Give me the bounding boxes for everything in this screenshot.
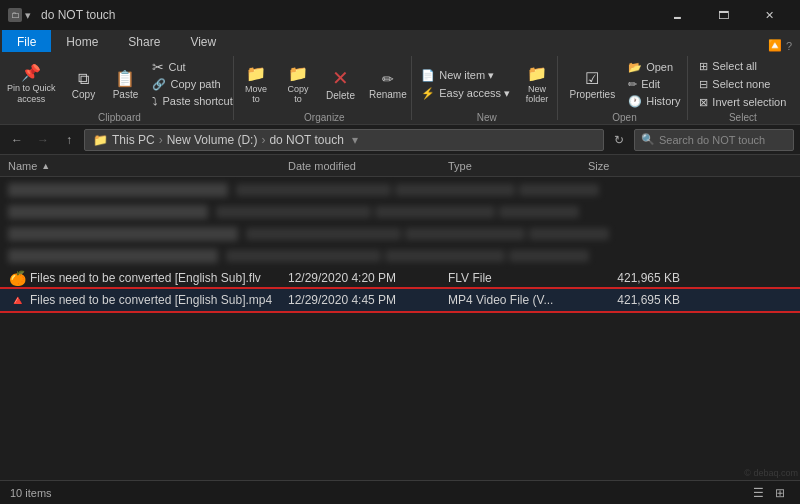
file-icon — [8, 227, 238, 241]
history-button[interactable]: History — [623, 93, 685, 109]
breadcrumb: This PC › New Volume (D:) › do NOT touch — [112, 133, 344, 147]
list-item[interactable]: 🍊 Files need to be converted [English Su… — [0, 267, 800, 289]
window-controls: 🗕 🗖 ✕ — [654, 0, 792, 30]
file-size-flv: 421,965 KB — [588, 271, 688, 285]
open-button[interactable]: Open — [623, 59, 685, 75]
file-type-mp4: MP4 Video File (V... — [448, 293, 588, 307]
new-buttons: 📄 New item ▾ Easy access ▾ Newfolder — [416, 58, 557, 110]
ribbon-group-select: Select all Select none Invert selection … — [692, 56, 794, 120]
invert-selection-button[interactable]: Invert selection — [694, 94, 791, 110]
list-item[interactable] — [0, 179, 800, 201]
paste-shortcut-icon — [152, 95, 158, 107]
sort-arrow-icon: ▲ — [41, 161, 50, 171]
delete-button[interactable]: ✕ Delete — [320, 58, 361, 110]
search-placeholder: Search do NOT touch — [659, 134, 765, 146]
close-button[interactable]: ✕ — [746, 0, 792, 30]
file-icon — [8, 183, 228, 197]
new-folder-button[interactable]: Newfolder — [517, 58, 557, 110]
watermark: © debaq.com — [744, 468, 798, 478]
cut-icon — [152, 59, 164, 75]
tab-file[interactable]: File — [2, 30, 51, 52]
pin-quick-access-button[interactable]: Pin to Quickaccess — [1, 58, 62, 110]
copy-button[interactable]: Copy — [63, 58, 103, 110]
minimize-button[interactable]: 🗕 — [654, 0, 700, 30]
select-none-button[interactable]: Select none — [694, 76, 791, 92]
search-box[interactable]: 🔍 Search do NOT touch — [634, 129, 794, 151]
up-button[interactable]: ↑ — [58, 129, 80, 151]
file-size-mp4: 421,695 KB — [588, 293, 688, 307]
move-to-button[interactable]: Moveto — [236, 58, 276, 110]
file-items: 🍊 Files need to be converted [English Su… — [0, 177, 800, 313]
tab-share[interactable]: Share — [113, 30, 175, 52]
rename-icon — [382, 69, 394, 87]
file-type-flv: FLV File — [448, 271, 588, 285]
properties-icon — [585, 69, 599, 87]
column-size[interactable]: Size — [588, 160, 688, 172]
column-name[interactable]: Name ▲ — [8, 160, 288, 172]
ribbon-help-icon[interactable]: ? — [786, 40, 792, 52]
breadcrumb-volume[interactable]: New Volume (D:) — [167, 133, 258, 147]
copy-to-button[interactable]: Copyto — [278, 58, 318, 110]
search-icon: 🔍 — [641, 133, 655, 146]
properties-button[interactable]: Properties — [564, 58, 622, 110]
tab-view[interactable]: View — [175, 30, 231, 52]
ribbon-group-open: Properties Open Edit History — [562, 56, 687, 120]
file-list-area: Name ▲ Date modified Type Size — [0, 155, 800, 481]
details-view-button[interactable]: ☰ — [748, 484, 768, 502]
copy-path-button[interactable]: Copy path — [147, 76, 237, 92]
title-bar: 🗀 ▾ do NOT touch 🗕 🗖 ✕ — [0, 0, 800, 30]
clipboard-buttons: Pin to Quickaccess Copy Paste Cut — [1, 58, 238, 110]
tab-home[interactable]: Home — [51, 30, 113, 52]
file-date-mp4: 12/29/2020 4:45 PM — [288, 293, 448, 307]
select-buttons: Select all Select none Invert selection — [694, 58, 791, 110]
forward-button[interactable]: → — [32, 129, 54, 151]
cut-button[interactable]: Cut — [147, 59, 237, 75]
file-icon — [8, 205, 208, 219]
delete-icon: ✕ — [332, 68, 349, 88]
large-icons-view-button[interactable]: ⊞ — [770, 484, 790, 502]
list-item[interactable]: 🔺 Files need to be converted [English Su… — [0, 289, 800, 311]
flv-file-icon: 🍊 — [8, 269, 26, 287]
breadcrumb-thispc[interactable]: This PC — [112, 133, 155, 147]
ribbon-collapse-icon[interactable]: 🔼 — [768, 39, 782, 52]
rename-button[interactable]: Rename — [363, 58, 413, 110]
folder-icon-address: 📁 — [93, 133, 108, 147]
address-expand-icon[interactable]: ▾ — [352, 133, 358, 147]
new-item-button[interactable]: 📄 New item ▾ — [416, 67, 515, 83]
edit-button[interactable]: Edit — [623, 76, 685, 92]
file-name-flv: Files need to be converted [English Sub]… — [30, 271, 288, 285]
copy-to-icon — [288, 64, 308, 82]
list-item[interactable] — [0, 245, 800, 267]
history-icon — [628, 95, 642, 108]
list-item[interactable] — [0, 201, 800, 223]
title-icons: 🗀 ▾ — [8, 8, 31, 22]
list-item[interactable] — [0, 223, 800, 245]
address-bar-row: ← → ↑ 📁 This PC › New Volume (D:) › do N… — [0, 125, 800, 155]
select-all-button[interactable]: Select all — [694, 58, 791, 74]
ribbon-group-organize: Moveto Copyto ✕ Delete Rename Organize — [238, 56, 412, 120]
invert-selection-icon — [699, 96, 708, 109]
back-button[interactable]: ← — [6, 129, 28, 151]
column-type[interactable]: Type — [448, 160, 588, 172]
breadcrumb-folder[interactable]: do NOT touch — [269, 133, 343, 147]
easy-access-button[interactable]: Easy access ▾ — [416, 85, 515, 101]
copy-path-icon — [152, 78, 166, 91]
paste-button[interactable]: Paste — [105, 58, 145, 110]
organize-buttons: Moveto Copyto ✕ Delete Rename — [236, 58, 413, 110]
maximize-button[interactable]: 🗖 — [700, 0, 746, 30]
file-icon — [8, 249, 218, 263]
status-bar: 10 items ☰ ⊞ — [0, 480, 800, 504]
file-list-header: Name ▲ Date modified Type Size — [0, 155, 800, 177]
ribbon-group-clipboard: Pin to Quickaccess Copy Paste Cut — [6, 56, 234, 120]
refresh-button[interactable]: ↻ — [608, 129, 630, 151]
view-buttons: ☰ ⊞ — [748, 484, 790, 502]
open-small-buttons: Open Edit History — [623, 59, 685, 109]
paste-shortcut-button[interactable]: Paste shortcut — [147, 93, 237, 109]
window-icon: 🗀 — [8, 8, 22, 22]
new-folder-icon — [527, 64, 547, 82]
paste-icon — [115, 69, 135, 87]
ribbon: File Home Share View 🔼 ? Pin to Quickacc… — [0, 30, 800, 125]
address-bar[interactable]: 📁 This PC › New Volume (D:) › do NOT tou… — [84, 129, 604, 151]
column-date[interactable]: Date modified — [288, 160, 448, 172]
new-item-icon: 📄 — [421, 69, 435, 82]
